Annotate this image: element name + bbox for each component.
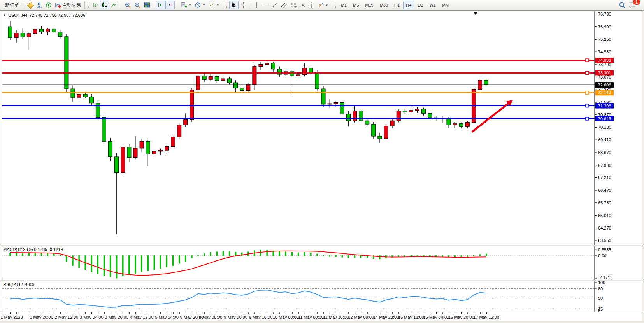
date-tick bbox=[111, 312, 111, 314]
line-chart-icon bbox=[111, 2, 117, 8]
line-chart-button[interactable] bbox=[109, 1, 119, 9]
text-label-icon: T bbox=[309, 2, 314, 8]
date-label: 12 May 08:00 bbox=[348, 315, 374, 319]
timeframe-m15[interactable]: M15 bbox=[362, 1, 376, 9]
svg-text:73.301: 73.301 bbox=[598, 70, 611, 75]
date-label: 14 May 23:00 bbox=[373, 315, 399, 319]
autotrading-button[interactable]: 自动交易 bbox=[53, 1, 82, 9]
chat-button[interactable]: 1 bbox=[627, 1, 638, 9]
date-tick bbox=[292, 312, 293, 314]
date-label: 8 May 08:00 bbox=[199, 315, 223, 319]
date-label: 9 May 00:00 bbox=[224, 315, 247, 319]
date-tick bbox=[129, 312, 130, 314]
window-bottom-edge bbox=[0, 321, 644, 323]
date-tick bbox=[298, 312, 299, 314]
text-button[interactable]: A bbox=[299, 1, 307, 9]
chart-shift-icon bbox=[167, 2, 173, 8]
date-tick bbox=[29, 312, 29, 314]
svg-text:0.00: 0.00 bbox=[598, 253, 606, 258]
horizontal-line-icon bbox=[262, 2, 268, 8]
search-icon bbox=[619, 2, 626, 9]
date-tick bbox=[480, 312, 481, 314]
timeframe-m30[interactable]: M30 bbox=[377, 1, 391, 9]
timeframe-m1[interactable]: M1 bbox=[338, 1, 349, 9]
tile-windows-icon bbox=[144, 2, 150, 8]
svg-text:-2.1713: -2.1713 bbox=[598, 275, 612, 280]
macd-canvas[interactable]: 0.55350.00-2.1713 bbox=[0, 246, 644, 280]
date-tick bbox=[467, 312, 468, 314]
svg-text:75.990: 75.990 bbox=[598, 25, 611, 29]
fibonacci-icon: F bbox=[291, 2, 297, 8]
date-label: 15 May 12:00 bbox=[398, 315, 424, 319]
date-label: 17 May 12:00 bbox=[473, 315, 499, 319]
price-axis: 76.73075.99075.25074.53073.79073.07072.3… bbox=[595, 12, 611, 243]
toolbar-separator bbox=[121, 1, 121, 9]
timeframe-d1[interactable]: D1 bbox=[415, 1, 426, 9]
deposit-button[interactable] bbox=[26, 1, 35, 9]
svg-text:0.5535: 0.5535 bbox=[598, 248, 611, 252]
new-order-button[interactable]: 新订单 bbox=[2, 1, 22, 9]
new-chart-dropdown[interactable]: ▼ bbox=[179, 1, 193, 9]
candlestick-chart-button[interactable] bbox=[100, 1, 109, 9]
date-tick bbox=[198, 312, 198, 314]
price-chart-canvas[interactable]: 76.73075.99075.25074.53073.79073.07072.3… bbox=[0, 11, 644, 245]
date-tick bbox=[104, 312, 105, 314]
rsi-panel[interactable]: RSI(14) 61.4609 1008050150 bbox=[0, 281, 644, 312]
macd-panel[interactable]: MACD(12,26,9) 0.1785 -0.1219 0.55350.00-… bbox=[0, 246, 644, 279]
crosshair-button[interactable] bbox=[239, 1, 248, 9]
vertical-line-icon bbox=[254, 2, 259, 8]
trend-arrow-annotation[interactable] bbox=[472, 100, 513, 132]
date-tick bbox=[455, 312, 455, 314]
timeframe-mn[interactable]: MN bbox=[439, 1, 451, 9]
date-tick bbox=[154, 312, 154, 314]
toolbar-grip bbox=[226, 2, 227, 9]
chart-shift-button[interactable] bbox=[165, 1, 175, 9]
chart-dropdown-icon[interactable]: ▼ bbox=[3, 14, 6, 17]
timeframe-h1[interactable]: H1 bbox=[391, 1, 402, 9]
date-tick bbox=[60, 312, 61, 314]
date-label: 16 May 20:00 bbox=[448, 315, 474, 319]
periods-dropdown[interactable]: ▼ bbox=[193, 1, 207, 9]
timeframe-m5[interactable]: M5 bbox=[350, 1, 361, 9]
horizontal-line-button[interactable] bbox=[261, 1, 270, 9]
date-tick bbox=[449, 312, 449, 314]
date-tick-major bbox=[167, 312, 167, 314]
rsi-canvas[interactable]: 1008050150 bbox=[0, 281, 644, 312]
search-button[interactable] bbox=[617, 1, 627, 9]
date-label: 16 May 04:00 bbox=[423, 315, 449, 319]
notification-badge: 1 bbox=[633, 0, 640, 5]
bar-chart-button[interactable] bbox=[91, 1, 100, 9]
date-tick bbox=[230, 312, 230, 314]
toolbar-separator bbox=[250, 1, 250, 9]
channel-button[interactable]: E bbox=[279, 1, 289, 9]
chart-shift-marker[interactable] bbox=[473, 12, 478, 15]
vertical-line-button[interactable] bbox=[252, 1, 261, 9]
main-chart-panel[interactable]: ▼ USOil-,H4 72.740 72.756 72.567 72.606 … bbox=[0, 11, 644, 244]
tile-windows-button[interactable] bbox=[142, 1, 152, 9]
svg-text:71.396: 71.396 bbox=[598, 104, 611, 108]
date-tick bbox=[204, 312, 205, 314]
clock-icon bbox=[195, 2, 201, 8]
community-button[interactable] bbox=[35, 1, 44, 9]
zoom-out-button[interactable] bbox=[133, 1, 142, 9]
timeframe-w1[interactable]: W1 bbox=[426, 1, 439, 9]
date-tick bbox=[317, 312, 318, 314]
date-tick-major bbox=[336, 312, 336, 314]
arrows-dropdown[interactable]: ▼ bbox=[316, 1, 330, 9]
text-label-button[interactable]: T bbox=[307, 1, 316, 9]
trendline-button[interactable] bbox=[270, 1, 279, 9]
svg-text:64.270: 64.270 bbox=[598, 226, 611, 230]
date-tick-major bbox=[311, 312, 311, 314]
zoom-in-button[interactable] bbox=[123, 1, 133, 9]
signals-button[interactable] bbox=[44, 1, 53, 9]
fibonacci-button[interactable]: F bbox=[289, 1, 299, 9]
date-label: 9 May 16:00 bbox=[249, 315, 273, 319]
templates-dropdown[interactable]: ▼ bbox=[207, 1, 221, 9]
autoscroll-button[interactable] bbox=[156, 1, 165, 9]
date-axis[interactable]: 1 May 20231 May 20:002 May 12:003 May 04… bbox=[0, 312, 644, 321]
cursor-button[interactable] bbox=[229, 1, 239, 9]
timeframe-h4[interactable]: H4 bbox=[403, 1, 414, 9]
svg-text:70.130: 70.130 bbox=[598, 125, 611, 130]
chart-ohlc-quotes: 72.740 72.756 72.567 72.606 bbox=[29, 13, 85, 18]
svg-text:76.730: 76.730 bbox=[598, 12, 611, 16]
